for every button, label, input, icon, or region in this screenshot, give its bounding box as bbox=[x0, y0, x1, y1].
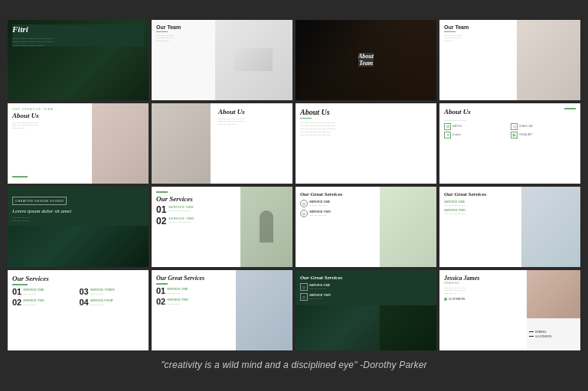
slide-11-svc2-text: ___ ___ ___ ___ bbox=[309, 213, 331, 217]
icon-item-4: ▣ VISUAL ART bbox=[511, 132, 576, 138]
slide-10-service1: 01 SERVICE ONE ___ ___ ___ ___ ___ bbox=[156, 205, 235, 214]
slide-10-title: Our Services bbox=[156, 195, 235, 203]
slide-3-title: AboutTeam bbox=[358, 53, 374, 67]
slide-5-title: About Us bbox=[12, 112, 87, 119]
slide-11-svc1: ◇ SERVICE ONE ___ ___ ___ ___ bbox=[300, 200, 375, 207]
icon-box-3: ✦ bbox=[444, 132, 451, 138]
icon-item-1: ⊞ DAYS IN bbox=[444, 123, 509, 130]
slide-2-body: ___ ___ ___ ______ ___ ___ ______ ___ __… bbox=[156, 34, 211, 43]
slide-10-image bbox=[240, 187, 292, 267]
slide-11[interactable]: Our Great Services ◇ SERVICE ONE ___ ___… bbox=[296, 187, 436, 267]
slide-10-num2: 02 bbox=[156, 217, 166, 226]
slide-6[interactable]: About Us ___ ___ ___ ___ ___ ______ ___ … bbox=[152, 103, 292, 184]
slide-12-title: Our Great Services bbox=[444, 191, 517, 197]
slide-16-tag1-text: DRAWING bbox=[535, 331, 546, 334]
slide-14-svc1-text: ___ ___ ___ bbox=[167, 291, 188, 294]
slide-14-title: Our Great Services bbox=[156, 275, 233, 282]
slide-1-body: _____ _____ _____ _____ _____ _____ ____… bbox=[12, 36, 144, 47]
slide-8[interactable]: About Us ___ ___ ___ ___ ___ ⊞ DAYS IN ◎… bbox=[439, 103, 580, 184]
slide-7-body: ___ ___ ___ ___ ___ ___ ___ ___ ___ ___ … bbox=[300, 120, 432, 136]
icon-label-2: GOALS LINE bbox=[519, 125, 533, 128]
slide-16-tag2: ILLUSTRATION bbox=[529, 335, 551, 338]
icon-box-2: ◎ bbox=[511, 123, 518, 130]
icon-box-1: ⊞ bbox=[444, 123, 451, 130]
slide-3-center: AboutTeam bbox=[358, 53, 374, 67]
slide-14-svc2-text: ___ ___ ___ bbox=[167, 301, 188, 305]
slide-8-body: ___ ___ ___ ___ ___ bbox=[444, 118, 576, 121]
slide-12-svc2: SERVICE TWO ___ ___ ___ ___ ___ bbox=[444, 208, 517, 215]
slide-5-subtitle: OUR CREATIVE TEAM bbox=[12, 108, 87, 111]
slide-14-svc1: 01 SERVICE ONE ___ ___ ___ bbox=[156, 287, 233, 295]
slide-10-green-bar bbox=[156, 191, 168, 193]
slide-15-svc2: ◇ SERVICE TWO ___ ___ ___ bbox=[300, 293, 432, 301]
slide-12-svc1-text: ___ ___ ___ ___ ___ bbox=[444, 204, 517, 207]
slide-10-num1: 01 bbox=[156, 205, 166, 214]
slide-15[interactable]: Our Great Services ◇ SERVICE ONE ___ ___… bbox=[296, 270, 436, 350]
icon-label-3: Creative bbox=[452, 133, 461, 136]
slide-13-num4: 04 bbox=[80, 298, 89, 307]
slide-7[interactable]: About Us ___ ___ ___ ___ ___ ___ ___ ___… bbox=[296, 103, 436, 184]
slide-15-content: Our Great Services ◇ SERVICE ONE ___ ___… bbox=[296, 270, 436, 305]
slide-7-green-line bbox=[300, 118, 312, 119]
slide-2-title: Our Team bbox=[156, 24, 211, 30]
slide-13[interactable]: Our Services 01 SERVICE ONE ___ ___ ___ … bbox=[8, 270, 149, 350]
quote-text: "creativity is a wild mind and a discipl… bbox=[161, 360, 427, 370]
slide-13-title: Our Services bbox=[12, 275, 144, 282]
slide-4[interactable]: Our Team ___ ___ ___ ______ ___ ___ ____… bbox=[439, 20, 580, 100]
slide-9-lorem-title: Lorem ipsum dolor sit amet bbox=[12, 208, 144, 214]
slide-15-svc2-text: ___ ___ ___ bbox=[309, 297, 331, 300]
slide-9-body: ___ ___ ___ ______ ___ ___ ___ bbox=[12, 216, 144, 222]
slide-5-image bbox=[92, 103, 149, 184]
slide-11-title: Our Great Services bbox=[300, 191, 375, 197]
slide-14-svc1-label: SERVICE ONE bbox=[167, 287, 188, 291]
slide-11-svc1-text: ___ ___ ___ ___ bbox=[309, 204, 330, 207]
slide-15-icon2: ◇ bbox=[300, 293, 308, 301]
slide-14-green-line bbox=[156, 283, 168, 285]
slide-10[interactable]: Our Services 01 SERVICE ONE ___ ___ ___ … bbox=[152, 187, 292, 267]
slide-9-box-text: CREATIVE DESIGN STUDIO bbox=[15, 199, 64, 203]
slide-16-dot bbox=[444, 298, 447, 301]
slide-grid: Fitri _____ _____ _____ _____ _____ ____… bbox=[8, 20, 580, 350]
slide-14[interactable]: Our Great Services 01 SERVICE ONE ___ __… bbox=[152, 270, 292, 350]
slide-11-icon1: ◇ bbox=[300, 200, 308, 207]
slide-16-role1: DRAWING bbox=[444, 282, 523, 285]
slide-14-num2: 02 bbox=[156, 298, 165, 306]
slide-2[interactable]: Our Team ___ ___ ___ ______ ___ ___ ____… bbox=[152, 20, 292, 100]
slide-16-role2-row: ILLUSTRATION bbox=[444, 298, 523, 301]
slide-6-body: ___ ___ ___ ___ ___ ______ ___ ___ ___ _… bbox=[218, 117, 288, 126]
slide-15-svc1-text: ___ ___ ___ ___ bbox=[309, 287, 330, 290]
slide-14-image bbox=[236, 270, 292, 350]
slide-13-grid: 01 SERVICE ONE ___ ___ ___ 03 SERVICE TH… bbox=[12, 288, 144, 307]
slide-13-num1: 01 bbox=[12, 288, 21, 296]
slide-1[interactable]: Fitri _____ _____ _____ _____ _____ ____… bbox=[8, 20, 149, 100]
green-accent bbox=[156, 31, 168, 32]
slide-14-svc2: 02 SERVICE TWO ___ ___ ___ bbox=[156, 298, 233, 306]
slide-10-service2: 02 SERVICE TWO ___ ___ ___ ___ ___ bbox=[156, 217, 235, 226]
slide-12[interactable]: ✈ Our Great Services SERVICE ONE ___ ___… bbox=[439, 187, 580, 267]
slide-13-num2: 02 bbox=[12, 298, 21, 307]
icon-box-4: ▣ bbox=[511, 132, 518, 138]
slide-4-body: ___ ___ ___ ______ ___ ___ ______ ___ bbox=[444, 34, 512, 43]
slide-6-title: About Us bbox=[218, 108, 288, 116]
slide-13-svc3-label: SERVICE THREE bbox=[90, 288, 115, 292]
slide-5[interactable]: OUR CREATIVE TEAM About Us ___ ___ ___ _… bbox=[8, 103, 149, 184]
quote-bar: "creativity is a wild mind and a discipl… bbox=[161, 357, 427, 372]
slide-16-tag1-line bbox=[529, 331, 534, 332]
slide-13-s1: 01 SERVICE ONE ___ ___ ___ bbox=[12, 288, 77, 296]
icon-label-1: DAYS IN bbox=[452, 125, 462, 128]
slide-15-title: Our Great Services bbox=[300, 275, 432, 281]
slide-16[interactable]: Jessica James DRAWING ___ ___ ___ ___ __… bbox=[439, 270, 580, 350]
slide-16-name: Jessica James bbox=[444, 275, 523, 282]
slide-11-image bbox=[380, 187, 436, 267]
slide-14-num1: 01 bbox=[156, 287, 165, 295]
slide-13-svc2-label: SERVICE TWO bbox=[23, 298, 44, 302]
slide-10-svc1-text: ___ ___ ___ ___ ___ bbox=[168, 209, 194, 212]
slide-13-s4: 04 SERVICE FOUR ___ ___ ___ bbox=[80, 298, 145, 307]
slide-16-body: ___ ___ ___ ___ ______ ___ ___ ___ _____… bbox=[444, 286, 523, 295]
slide-2-image bbox=[215, 20, 292, 100]
slide-13-svc1-text: ___ ___ ___ bbox=[23, 292, 44, 295]
slide-13-num3: 03 bbox=[80, 288, 89, 296]
slide-6-content: About Us ___ ___ ___ ___ ___ ______ ___ … bbox=[214, 103, 292, 184]
slide-3[interactable]: AboutTeam bbox=[296, 20, 436, 100]
slide-9[interactable]: CREATIVE DESIGN STUDIO Lorem ipsum dolor… bbox=[8, 187, 149, 267]
